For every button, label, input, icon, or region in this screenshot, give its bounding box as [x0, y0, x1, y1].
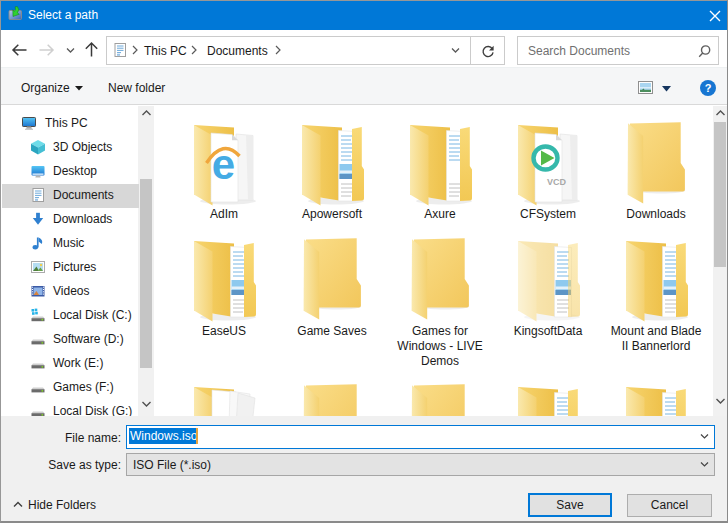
svg-text:VCD: VCD	[547, 177, 567, 187]
